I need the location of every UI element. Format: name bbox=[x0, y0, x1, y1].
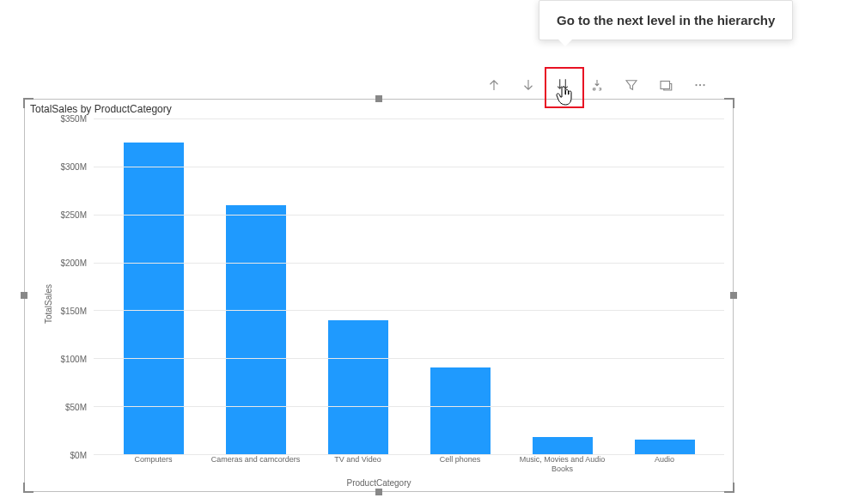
y-tick-label: $0M bbox=[44, 451, 87, 460]
y-tick-label: $200M bbox=[44, 258, 87, 268]
gridline bbox=[94, 215, 724, 216]
bar[interactable] bbox=[430, 367, 491, 454]
resize-handle[interactable] bbox=[733, 98, 734, 108]
plot-area bbox=[94, 118, 724, 455]
bars-container bbox=[94, 118, 724, 454]
x-axis-label: ProductCategory bbox=[25, 478, 733, 488]
bar[interactable] bbox=[226, 205, 286, 454]
bar[interactable] bbox=[533, 437, 593, 454]
svg-point-1 bbox=[695, 84, 697, 86]
y-tick-label: $300M bbox=[44, 162, 87, 172]
resize-handle[interactable] bbox=[733, 483, 734, 493]
bar-group bbox=[409, 118, 511, 454]
svg-rect-0 bbox=[661, 82, 670, 89]
y-tick-label: $50M bbox=[44, 403, 87, 412]
more-options-button[interactable] bbox=[687, 72, 713, 98]
bar-group bbox=[102, 118, 204, 454]
gridline bbox=[94, 118, 724, 119]
expand-level-button[interactable] bbox=[584, 72, 610, 98]
drill-up-button[interactable] bbox=[481, 72, 507, 98]
x-tick-label: Cameras and camcorders bbox=[204, 455, 307, 474]
chart-title: TotalSales by ProductCategory bbox=[25, 100, 733, 118]
x-tick-label: Cell phones bbox=[409, 455, 511, 474]
y-ticks: $350M$300M$250M$200M$150M$100M$50M$0M bbox=[44, 118, 87, 455]
x-tick-label: TV and Video bbox=[307, 455, 409, 474]
bar[interactable] bbox=[124, 143, 184, 454]
next-level-button[interactable] bbox=[550, 72, 576, 98]
y-tick-label: $350M bbox=[44, 114, 87, 124]
resize-handle[interactable] bbox=[23, 98, 25, 108]
svg-point-3 bbox=[703, 84, 704, 86]
bar[interactable] bbox=[328, 320, 388, 454]
focus-mode-button[interactable] bbox=[653, 72, 679, 98]
chart-body: TotalSales $350M$300M$250M$200M$150M$100… bbox=[25, 118, 733, 489]
gridline bbox=[94, 406, 724, 407]
bar-group bbox=[204, 118, 307, 454]
bar-group bbox=[613, 118, 716, 454]
bar[interactable] bbox=[635, 440, 695, 454]
x-tick-label: Audio bbox=[613, 455, 716, 474]
gridline bbox=[94, 358, 724, 359]
bar-group bbox=[511, 118, 613, 454]
gridline bbox=[94, 167, 724, 167]
x-tick-label: Music, Movies and Audio Books bbox=[511, 455, 613, 474]
x-tick-label: Computers bbox=[102, 455, 204, 474]
visual-toolbar bbox=[481, 72, 713, 98]
y-tick-label: $150M bbox=[44, 307, 87, 316]
resize-handle[interactable] bbox=[375, 95, 382, 102]
bar-group bbox=[307, 118, 409, 454]
resize-handle[interactable] bbox=[375, 489, 382, 495]
gridline bbox=[94, 263, 724, 264]
y-tick-label: $100M bbox=[44, 355, 87, 364]
svg-point-2 bbox=[699, 84, 701, 86]
gridline bbox=[94, 310, 724, 311]
y-tick-label: $250M bbox=[44, 210, 87, 220]
x-labels: ComputersCameras and camcordersTV and Vi… bbox=[94, 455, 724, 474]
chart-visual-container[interactable]: TotalSales by ProductCategory TotalSales… bbox=[24, 99, 734, 492]
tooltip-next-level: Go to the next level in the hierarchy bbox=[539, 0, 793, 40]
drill-down-button[interactable] bbox=[515, 72, 541, 98]
filter-button[interactable] bbox=[619, 72, 644, 98]
